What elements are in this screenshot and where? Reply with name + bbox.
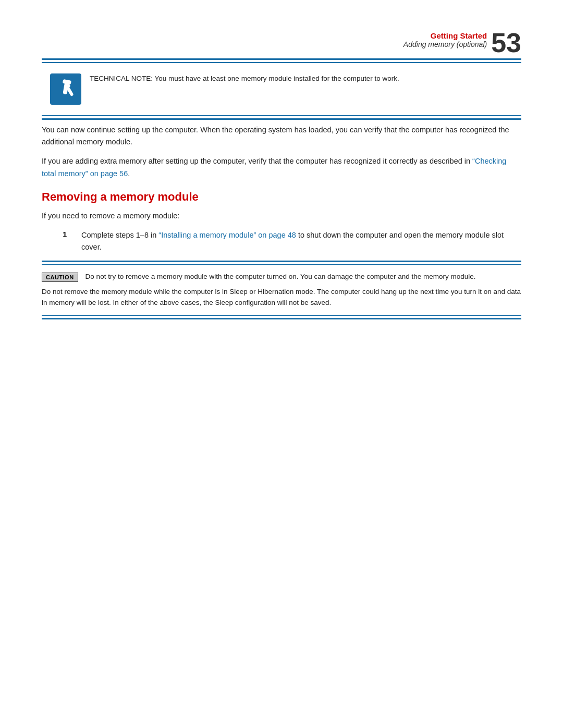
main-content: You can now continue setting up the comp…	[42, 124, 521, 319]
header-right: Getting Started Adding memory (optional)…	[403, 31, 521, 56]
wrench-icon	[50, 73, 81, 105]
header-text-block: Getting Started Adding memory (optional)	[403, 31, 487, 48]
caution-top-rule-1	[42, 261, 521, 262]
item-number-1: 1	[63, 230, 73, 239]
step1-prefix: Complete steps 1–8 in	[81, 231, 158, 239]
top-blue-rule-2	[42, 62, 521, 63]
caution-section: CAUTION Do not try to remove a memory mo…	[42, 272, 521, 309]
mid-blue-rule-2	[42, 118, 521, 120]
caution-row: CAUTION Do not try to remove a memory mo…	[42, 272, 521, 282]
caution-text-1: Do not try to remove a memory module wit…	[85, 272, 476, 282]
subheading-label: Adding memory (optional)	[403, 40, 487, 48]
list-item-1: 1 Complete steps 1–8 in “Installing a me…	[63, 229, 521, 253]
caution-top-rule-2	[42, 264, 521, 265]
technical-note-box: TECHNICAL NOTE: You must have at least o…	[42, 67, 521, 111]
caution-text-2: Do not remove the memory module while th…	[42, 287, 521, 309]
caution-bottom-rule-1	[42, 315, 521, 316]
header-area: Getting Started Adding memory (optional)…	[42, 31, 521, 56]
para2-prefix: If you are adding extra memory after set…	[42, 157, 472, 165]
para2-suffix: .	[128, 169, 130, 178]
section-heading: Removing a memory module	[42, 190, 521, 204]
numbered-list-container: 1 Complete steps 1–8 in “Installing a me…	[42, 229, 521, 253]
paragraph-1: You can now continue setting up the comp…	[42, 124, 521, 148]
item-content-1: Complete steps 1–8 in “Installing a memo…	[81, 229, 521, 253]
page-container: Getting Started Adding memory (optional)…	[0, 0, 563, 728]
section-intro: If you need to remove a memory module:	[42, 210, 521, 222]
caution-badge: CAUTION	[42, 273, 78, 282]
getting-started-label: Getting Started	[403, 31, 487, 40]
mid-blue-rule-1	[42, 115, 521, 116]
top-blue-rule	[42, 58, 521, 60]
installing-memory-link[interactable]: “Installing a memory module” on page 48	[158, 231, 296, 239]
note-text: TECHNICAL NOTE: You must have at least o…	[90, 73, 399, 84]
page-number: 53	[491, 29, 521, 56]
paragraph-2: If you are adding extra memory after set…	[42, 155, 521, 179]
numbered-list: 1 Complete steps 1–8 in “Installing a me…	[63, 229, 521, 253]
caution-bottom-rule-2	[42, 318, 521, 319]
